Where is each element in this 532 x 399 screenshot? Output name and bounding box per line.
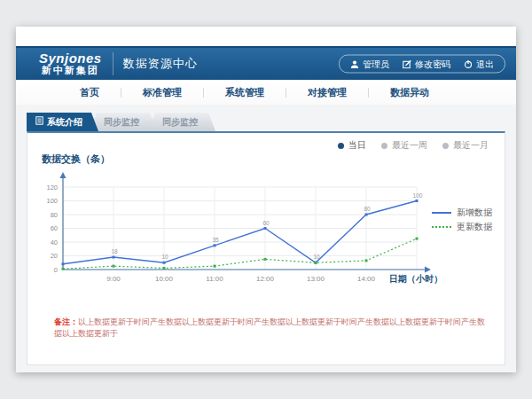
nav-item-standard-mgmt[interactable]: 标准管理 xyxy=(121,86,203,99)
tab-sync-monitor-1[interactable]: 同步监控 xyxy=(90,113,157,131)
svg-text:10: 10 xyxy=(313,254,320,260)
svg-text:35: 35 xyxy=(212,237,219,243)
radio-last-month[interactable]: 最近一月 xyxy=(442,139,489,152)
user-account-button[interactable]: 管理员 xyxy=(350,58,389,70)
brand-company: 新中新集团 xyxy=(39,66,102,76)
svg-text:9:00: 9:00 xyxy=(106,275,121,283)
power-icon xyxy=(464,59,473,68)
svg-text:80: 80 xyxy=(51,211,58,219)
legend-item-new-data[interactable]: 新增数据 xyxy=(432,206,492,220)
radio-dot xyxy=(442,143,449,149)
change-password-label: 修改密码 xyxy=(415,58,450,70)
svg-text:40: 40 xyxy=(51,239,58,246)
dotted-line-swatch xyxy=(432,226,451,228)
brand-logo: Synjones 新中新集团 xyxy=(39,51,102,75)
radio-label: 最近一周 xyxy=(392,139,427,152)
app-window: Synjones 新中新集团 数据资源中心 管理员 修改密码 xyxy=(16,27,516,372)
svg-text:100: 100 xyxy=(413,192,423,199)
svg-text:10:00: 10:00 xyxy=(155,275,174,283)
radio-today[interactable]: 当日 xyxy=(338,139,366,152)
user-account-label: 管理员 xyxy=(363,58,389,70)
svg-text:80: 80 xyxy=(364,206,371,212)
svg-text:14:00: 14:00 xyxy=(357,275,376,283)
tab-label: 同步监控 xyxy=(104,113,139,131)
logout-button[interactable]: 退出 xyxy=(464,58,494,70)
tab-system-intro[interactable]: 系统介绍 xyxy=(27,113,98,131)
header-divider xyxy=(113,52,113,75)
change-password-button[interactable]: 修改密码 xyxy=(403,58,450,70)
svg-text:20: 20 xyxy=(51,252,58,260)
svg-text:11:00: 11:00 xyxy=(206,275,223,283)
chart-legend: 新增数据 更新数据 xyxy=(432,206,492,234)
svg-text:120: 120 xyxy=(46,184,58,192)
user-menu: 管理员 修改密码 退出 xyxy=(339,55,505,74)
tab-sync-monitor-2[interactable]: 同步监控 xyxy=(148,113,215,131)
footnote-label: 备注： xyxy=(54,317,78,326)
svg-text:100: 100 xyxy=(46,197,58,205)
main-nav: 首页 标准管理 系统管理 对接管理 数据异动 xyxy=(16,80,516,106)
footnote-text: 以上数据更新于时间产生数据以上数据更新于时间产生数据以上数据更新于时间产生数据以… xyxy=(54,317,485,338)
app-title: 数据资源中心 xyxy=(123,56,198,72)
radio-label: 当日 xyxy=(348,139,366,152)
solid-line-swatch xyxy=(432,212,451,214)
svg-text:18: 18 xyxy=(111,248,118,254)
tab-bar: 系统介绍 同步监控 同步监控 xyxy=(27,113,215,131)
nav-item-system-mgmt[interactable]: 系统管理 xyxy=(204,86,286,99)
svg-text:60: 60 xyxy=(51,224,58,232)
radio-label: 最近一月 xyxy=(453,139,489,152)
svg-text:10: 10 xyxy=(161,254,168,260)
nav-item-data-change[interactable]: 数据异动 xyxy=(369,86,450,99)
tab-label: 系统介绍 xyxy=(47,113,82,131)
svg-text:12:00: 12:00 xyxy=(256,275,275,283)
nav-item-connect-mgmt[interactable]: 对接管理 xyxy=(286,86,368,99)
radio-dot xyxy=(381,143,387,149)
logout-label: 退出 xyxy=(476,58,494,70)
legend-label: 更新数据 xyxy=(457,221,492,233)
footnote: 备注：以上数据更新于时间产生数据以上数据更新于时间产生数据以上数据更新于时间产生… xyxy=(54,317,487,339)
edit-icon xyxy=(403,59,411,68)
tab-label: 同步监控 xyxy=(162,113,198,131)
time-range-radio-group: 当日 最近一周 最近一月 xyxy=(338,139,489,152)
nav-item-home[interactable]: 首页 xyxy=(59,86,121,99)
x-axis-title: 日期（小时） xyxy=(389,273,442,286)
legend-item-updated-data[interactable]: 更新数据 xyxy=(432,220,492,234)
app-header: Synjones 新中新集团 数据资源中心 管理员 修改密码 xyxy=(16,46,516,80)
brand-name: Synjones xyxy=(39,51,102,66)
radio-last-week[interactable]: 最近一周 xyxy=(381,139,427,152)
chart-panel: 当日 最近一周 最近一月 数据交换（条） 0204060801001209:00… xyxy=(27,131,505,365)
user-icon xyxy=(350,59,359,68)
svg-text:0: 0 xyxy=(54,266,58,274)
content-area: 系统介绍 同步监控 同步监控 当日 最近一周 xyxy=(16,105,516,372)
legend-label: 新增数据 xyxy=(457,207,492,219)
svg-text:13:00: 13:00 xyxy=(307,275,325,283)
svg-text:60: 60 xyxy=(262,220,270,226)
radio-dot xyxy=(338,143,344,149)
window-top-strip xyxy=(16,27,516,46)
document-icon xyxy=(35,113,43,131)
